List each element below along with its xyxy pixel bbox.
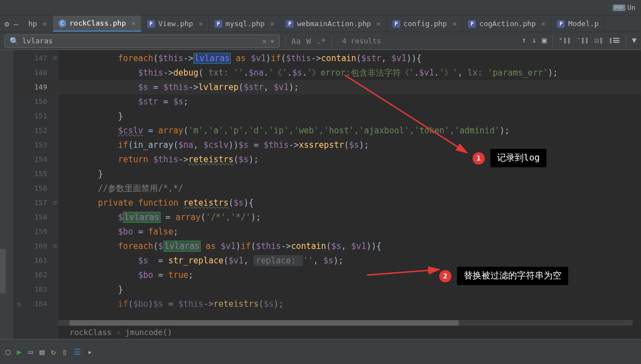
tab-label: cogAction.php (479, 19, 536, 28)
close-icon[interactable]: × (198, 20, 202, 28)
editor: 147 148 149 150 151 152 153 154 155 156 … (0, 50, 641, 339)
line-number[interactable]: 156 (14, 181, 58, 196)
close-icon[interactable]: × (132, 19, 136, 27)
tab-view[interactable]: P View.php × (142, 16, 209, 32)
code-line-153[interactable]: if(in_array($na, $cslv))$s = $this->xssr… (58, 138, 641, 152)
tab-0[interactable]: hp × (23, 16, 53, 32)
more-icon[interactable]: ▸ (88, 347, 92, 356)
code-line-151[interactable]: } (58, 109, 641, 123)
tab-model[interactable]: P Model.p (551, 16, 605, 32)
close-icon[interactable]: × (453, 20, 456, 28)
code-line-150[interactable]: $str = $s; (58, 94, 641, 109)
line-number[interactable]: 158 (14, 210, 58, 225)
php-icon: P (286, 20, 294, 28)
filter-lines-icon[interactable]: ⫿☰ (609, 36, 620, 47)
line-number[interactable]: 163 (14, 282, 58, 297)
line-number[interactable]: 157 (14, 196, 58, 210)
line-number[interactable]: 152 (14, 123, 58, 138)
filter-icon[interactable]: ▼ (632, 36, 637, 47)
prev-match-icon[interactable]: ↑ (521, 36, 526, 47)
results-count: 4 results (342, 37, 381, 45)
line-number[interactable]: 149 (14, 80, 58, 94)
breadcrumb[interactable]: rockClass › jmuncode() (58, 326, 183, 339)
php-icon: P (392, 20, 400, 28)
un-label: Un (628, 4, 635, 12)
tab-mysql[interactable]: P mysql.php × (209, 16, 281, 32)
line-number[interactable]: 160 (14, 239, 58, 253)
list-icon[interactable]: ☰ (74, 347, 81, 356)
tab-config[interactable]: P config.php × (387, 16, 463, 32)
annotation-1: 1 记录到log (473, 149, 546, 167)
annotation-badge: 1 (473, 152, 485, 164)
separator (285, 36, 286, 47)
line-number[interactable]: 150 (14, 94, 58, 109)
code-line-157[interactable]: private function reteistrs($s){ (58, 196, 641, 210)
breadcrumb-class[interactable]: rockClass (69, 328, 112, 337)
code-line-160[interactable]: foreach($lvlaras as $v1)if($this->contai… (58, 239, 641, 253)
line-number[interactable]: 154 (14, 152, 58, 167)
line-number[interactable]: 148 (14, 66, 58, 80)
doc2-icon[interactable]: ▯ (62, 347, 67, 356)
line-number[interactable]: 161 (14, 253, 58, 268)
line-number[interactable]: 155 (14, 167, 58, 181)
code-line-156[interactable]: //参数里面禁用/*,*/ (58, 181, 641, 196)
annotation-label: 替换被过滤的字符串为空 (457, 267, 568, 285)
php-badge-icon: PHP (613, 4, 625, 11)
code-line-152[interactable]: $cslv = array('m','a','p','d','ip','web'… (58, 123, 641, 138)
line-number[interactable]: 159 (14, 225, 58, 239)
code-line-149[interactable]: $s = $this->lvlarrep($str, $v1); (58, 80, 641, 94)
gear-icon[interactable]: ⚙ (4, 19, 9, 28)
select-occurrences-icon[interactable]: ☑⫿ (594, 36, 603, 47)
tab-label: mysql.php (226, 19, 265, 28)
close-icon[interactable]: × (376, 20, 380, 28)
code-area[interactable]: foreach($this->lvlaras as $v1)if($this->… (58, 50, 641, 339)
php-icon: P (557, 20, 565, 28)
top-bar: PHP Un (0, 0, 641, 16)
code-line-155[interactable]: } (58, 167, 641, 181)
search-clear-icon[interactable]: × (262, 37, 266, 46)
code-line-147[interactable]: foreach($this->lvlaras as $v1)if($this->… (58, 51, 641, 66)
code-line-161[interactable]: $s = str_replace($v1, replace: '', $s); (58, 253, 641, 268)
line-number[interactable]: 147 (14, 51, 58, 66)
tab-webmain[interactable]: P webmainAction.php × (280, 16, 386, 32)
tab-cogaction[interactable]: P cogAction.php × (463, 16, 551, 32)
code-line-148[interactable]: $this->debug( txt: ''.$na.'《'.$s.'》error… (58, 66, 641, 80)
play-icon[interactable]: ▶ (17, 347, 21, 356)
words-icon[interactable]: W (306, 37, 311, 46)
php-icon: P (215, 20, 222, 28)
code-line-154[interactable]: return $this->reteistrs($s); (58, 152, 641, 167)
horizontal-scrollbar[interactable] (58, 320, 633, 326)
refresh-icon[interactable]: ↻ (51, 347, 56, 356)
minimap-viewport[interactable] (0, 249, 6, 293)
breadcrumb-method[interactable]: jmuncode() (125, 328, 172, 337)
chevron-right-icon: › (116, 328, 121, 337)
regex-icon[interactable]: .* (316, 37, 326, 46)
search-input[interactable] (22, 37, 262, 45)
top-un-button[interactable]: PHP Un (613, 4, 635, 12)
code-line-158[interactable]: $lvlaras = array('/*','*/'); (58, 210, 641, 225)
scrollbar-thumb[interactable] (69, 320, 459, 326)
line-number[interactable]: 162 (14, 268, 58, 282)
square-icon[interactable]: ▢ (6, 347, 10, 356)
layers-icon[interactable]: ▤ (39, 347, 44, 356)
line-number[interactable]: 153 (14, 138, 58, 152)
close-icon[interactable]: × (270, 20, 274, 28)
match-case-icon[interactable]: Aa (291, 37, 301, 46)
annotation-2: 2 替换被过滤的字符串为空 (439, 267, 568, 285)
tab-label: webmainAction.php (297, 19, 371, 28)
code-line-164[interactable]: if($bo)$s = $this->reteistrs($s); (58, 297, 641, 311)
add-selection-icon[interactable]: ⁺⫿⫿ (558, 36, 570, 47)
close-icon[interactable]: × (43, 20, 47, 28)
close-icon[interactable]: × (541, 20, 545, 28)
chevron-down-icon[interactable]: ▾ (270, 37, 275, 46)
remove-selection-icon[interactable]: ⁻⫿⫿ (577, 36, 589, 47)
tab-rockclass[interactable]: C rockClass.php × (53, 16, 142, 32)
line-number[interactable]: 164 (14, 297, 58, 311)
line-number[interactable]: 151 (14, 109, 58, 123)
select-all-icon[interactable]: ▣ (542, 36, 546, 47)
minimize-icon[interactable]: — (13, 19, 18, 28)
code-line-159[interactable]: $bo = false; (58, 225, 641, 239)
next-match-icon[interactable]: ↓ (531, 36, 536, 47)
doc-icon[interactable]: ▭ (28, 347, 33, 356)
bottom-toolbar: ▢ ▶ ▭ ▤ ↻ ▯ ☰ ▸ (0, 339, 641, 364)
